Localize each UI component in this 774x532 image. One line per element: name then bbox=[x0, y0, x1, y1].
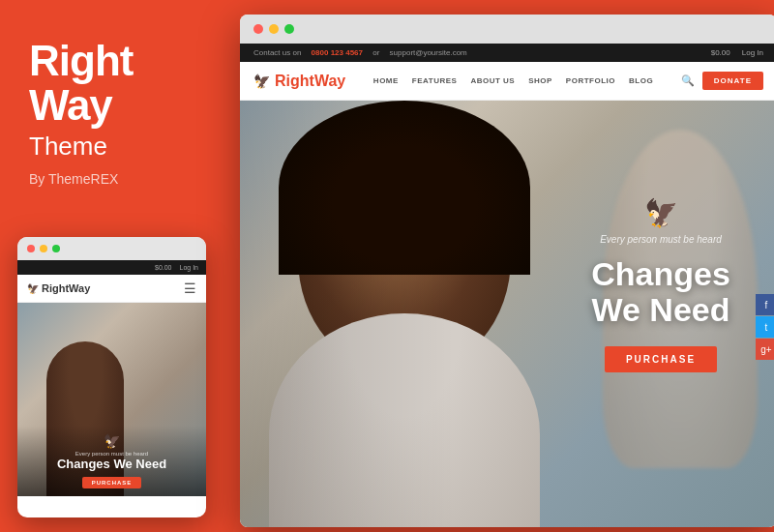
mobile-hero-eagle-icon: 🦅 bbox=[27, 433, 196, 449]
mobile-hero-headline: Changes We Need bbox=[27, 457, 196, 472]
contact-phone: 0800 123 4567 bbox=[312, 48, 363, 57]
search-icon[interactable]: 🔍 bbox=[681, 74, 695, 87]
nav-features[interactable]: FEATURES bbox=[412, 76, 458, 85]
desktop-logo-text: RightWay bbox=[275, 73, 345, 90]
theme-title: Right Way bbox=[29, 39, 133, 128]
desktop-eagle-icon: 🦅 bbox=[253, 74, 270, 89]
desktop-logo: 🦅 RightWay bbox=[253, 73, 345, 90]
nav-shop[interactable]: SHOP bbox=[528, 76, 552, 85]
or-text: or bbox=[372, 48, 379, 57]
desktop-topbar: Contact us on 0800 123 4567 or support@y… bbox=[240, 44, 774, 62]
theme-by: By ThemeREX bbox=[29, 171, 118, 187]
mobile-dot-green bbox=[52, 245, 60, 252]
title-line2: Way bbox=[29, 81, 112, 129]
mobile-login: Log In bbox=[180, 264, 198, 271]
mobile-hero: 🦅 Every person must be heard Changes We … bbox=[17, 303, 206, 496]
mobile-dot-red bbox=[27, 245, 35, 252]
desktop-nav-right: 🔍 DONATE bbox=[681, 72, 763, 90]
contact-email: support@yoursite.com bbox=[390, 48, 467, 57]
title-line1: Right bbox=[29, 37, 133, 84]
desktop-dot-green bbox=[284, 24, 294, 34]
mobile-purchase-button[interactable]: PURCHASE bbox=[82, 477, 142, 488]
donate-button[interactable]: DONATE bbox=[702, 72, 763, 90]
desktop-navbar: 🦅 RightWay HOME FEATURES ABOUT US SHOP P… bbox=[240, 62, 774, 101]
hero-headline: Changes We Need bbox=[564, 256, 758, 329]
desktop-hero: 🦅 Every person must be heard Changes We … bbox=[240, 101, 774, 527]
hamburger-icon[interactable]: ☰ bbox=[184, 281, 196, 296]
topbar-login: Log In bbox=[742, 48, 763, 57]
contact-text: Contact us on bbox=[253, 48, 301, 57]
google-icon[interactable]: g+ bbox=[756, 339, 774, 360]
hero-person-hair bbox=[279, 101, 530, 275]
twitter-icon[interactable]: t bbox=[756, 316, 774, 338]
mobile-traffic-lights bbox=[17, 237, 206, 260]
hero-eagle-icon: 🦅 bbox=[564, 197, 758, 229]
mobile-cart: $0.00 bbox=[155, 264, 172, 271]
nav-blog[interactable]: BLOG bbox=[629, 76, 653, 85]
side-social-icons: f t g+ bbox=[756, 294, 774, 360]
desktop-dot-red bbox=[253, 24, 263, 34]
mobile-logo-text: RightWay bbox=[42, 282, 90, 294]
logo-way: Way bbox=[314, 73, 345, 89]
desktop-traffic-lights bbox=[240, 15, 774, 44]
desktop-nav-links: HOME FEATURES ABOUT US SHOP PORTFOLIO BL… bbox=[373, 76, 653, 85]
facebook-icon[interactable]: f bbox=[756, 294, 774, 315]
nav-portfolio[interactable]: PORTFOLIO bbox=[566, 76, 615, 85]
hero-tagline: Every person must be heard bbox=[564, 234, 758, 245]
logo-right: Right bbox=[275, 73, 314, 89]
theme-subtitle: Theme bbox=[29, 132, 107, 162]
nav-about[interactable]: ABOUT US bbox=[470, 76, 515, 85]
mobile-mockup: $0.00 Log In 🦅 RightWay ☰ 🦅 Every person… bbox=[17, 237, 206, 517]
mobile-logo-area: 🦅 RightWay bbox=[27, 282, 90, 294]
hero-content: 🦅 Every person must be heard Changes We … bbox=[564, 197, 758, 372]
desktop-topbar-left: Contact us on 0800 123 4567 or support@y… bbox=[253, 48, 467, 57]
desktop-topbar-right: $0.00 Log In bbox=[711, 48, 763, 57]
mobile-topbar: $0.00 Log In bbox=[17, 260, 206, 275]
desktop-mockup: Contact us on 0800 123 4567 or support@y… bbox=[240, 15, 774, 527]
mobile-nav: 🦅 RightWay ☰ bbox=[17, 275, 206, 303]
topbar-cart: $0.00 bbox=[711, 48, 730, 57]
mobile-hero-content: 🦅 Every person must be heard Changes We … bbox=[17, 426, 206, 496]
hero-purchase-button[interactable]: PURCHASE bbox=[605, 346, 717, 372]
mobile-dot-yellow bbox=[40, 245, 47, 252]
mobile-eagle-icon: 🦅 bbox=[27, 283, 39, 294]
nav-home[interactable]: HOME bbox=[373, 76, 399, 85]
desktop-dot-yellow bbox=[269, 24, 279, 34]
